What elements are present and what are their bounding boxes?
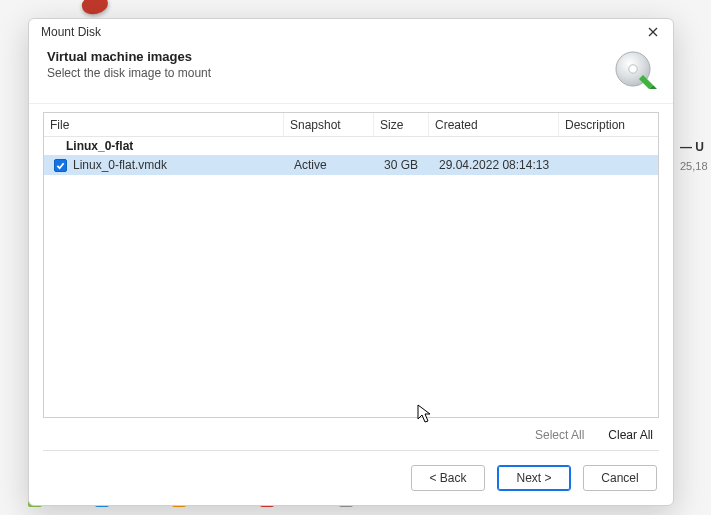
check-icon	[56, 161, 65, 170]
close-button[interactable]	[639, 21, 667, 43]
mount-disk-dialog: Mount Disk Virtual machine images Select…	[28, 18, 674, 506]
back-button[interactable]: < Back	[411, 465, 485, 491]
cancel-button[interactable]: Cancel	[583, 465, 657, 491]
bg-drive-size: 25,18	[680, 160, 711, 172]
row-checkbox[interactable]	[54, 159, 67, 172]
clear-all-link[interactable]: Clear All	[608, 428, 653, 442]
titlebar: Mount Disk	[29, 19, 673, 45]
dialog-heading: Virtual machine images	[47, 49, 613, 64]
col-size[interactable]: Size	[374, 113, 429, 136]
select-all-link[interactable]: Select All	[535, 428, 584, 442]
window-title: Mount Disk	[41, 25, 639, 39]
list-header: File Snapshot Size Created Description	[44, 113, 658, 137]
col-file[interactable]: File	[44, 113, 284, 136]
cell-file: Linux_0-flat.vmdk	[73, 158, 167, 172]
dialog-subheading: Select the disk image to mount	[47, 66, 613, 80]
bg-drive-letter: U	[695, 140, 704, 154]
col-created[interactable]: Created	[429, 113, 559, 136]
cell-snapshot: Active	[288, 158, 378, 172]
bg-ribbon-decoration	[80, 0, 109, 17]
dialog-footer: < Back Next > Cancel	[29, 451, 673, 505]
disk-mount-icon	[613, 49, 657, 93]
svg-point-3	[629, 65, 637, 73]
col-description[interactable]: Description	[559, 113, 658, 136]
selection-links: Select All Clear All	[43, 418, 659, 450]
image-list: File Snapshot Size Created Description L…	[43, 112, 659, 418]
cell-size: 30 GB	[378, 158, 433, 172]
next-button[interactable]: Next >	[497, 465, 571, 491]
dialog-header: Virtual machine images Select the disk i…	[29, 45, 673, 104]
close-icon	[648, 27, 658, 37]
list-row[interactable]: Linux_0-flat.vmdk Active 30 GB 29.04.202…	[44, 155, 658, 175]
cell-created: 29.04.2022 08:14:13	[433, 158, 563, 172]
bg-drive-panel: — U 25,18	[676, 140, 711, 172]
col-snapshot[interactable]: Snapshot	[284, 113, 374, 136]
group-header[interactable]: Linux_0-flat	[44, 137, 658, 155]
